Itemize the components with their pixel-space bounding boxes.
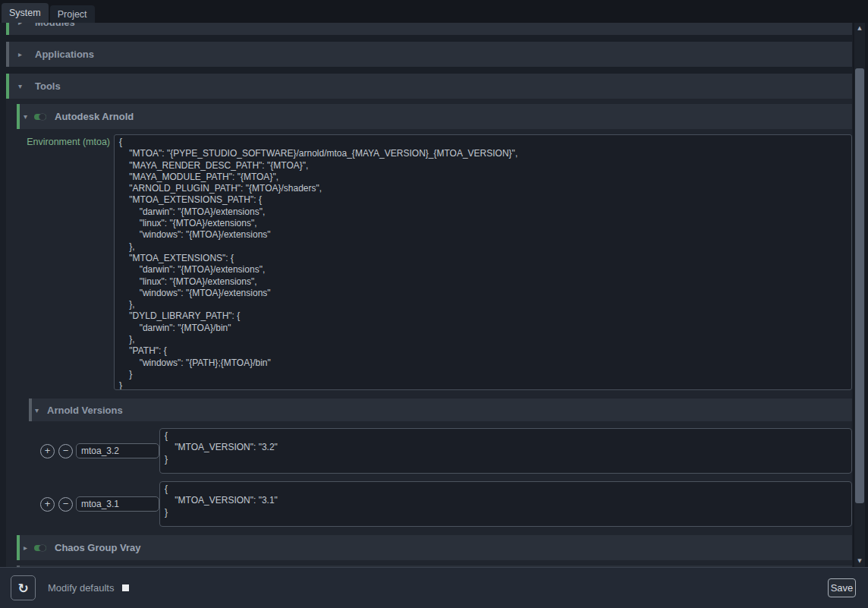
scrollbar-thumb[interactable] [855, 68, 864, 503]
version-row: + − { "MTOA_VERSION": "3.1" } [29, 481, 852, 527]
tab-system-label: System [9, 8, 41, 18]
chevron-down-icon: ▾ [22, 112, 29, 121]
modify-defaults-label: Modify defaults [48, 582, 114, 594]
group-header-autodesk-arnold[interactable]: ▾ Autodesk Arnold [17, 104, 852, 129]
remove-version-button[interactable]: − [58, 444, 73, 458]
environment-row: Environment (mtoa) { "MTOA": "{PYPE_STUD… [17, 134, 852, 390]
tab-bar: System Project [0, 0, 868, 23]
refresh-button[interactable]: ↻ [11, 575, 36, 600]
arnold-enabled-toggle[interactable] [34, 114, 46, 120]
tab-project-label: Project [58, 9, 87, 20]
section-title: Modules [35, 23, 75, 28]
footer-bar: ↻ Modify defaults Save [0, 567, 868, 608]
group-title: Arnold Versions [47, 405, 123, 416]
section-title: Applications [35, 49, 94, 60]
scroll-up-icon[interactable]: ▲ [854, 23, 865, 34]
version-row: + − { "MTOA_VERSION": "3.2" } [29, 428, 852, 474]
toggle-knob-icon [39, 113, 46, 121]
toggle-knob-icon [39, 544, 46, 552]
scroll-down-icon[interactable]: ▼ [854, 556, 865, 567]
version-json-editor[interactable]: { "MTOA_VERSION": "3.1" } [159, 481, 852, 527]
group-header-chaos-group-vray[interactable]: ▸ Chaos Group Vray [17, 535, 852, 560]
save-button[interactable]: Save [828, 578, 856, 597]
environment-label: Environment (mtoa) [17, 134, 110, 390]
tools-section-content: ▾ Autodesk Arnold Environment (mtoa) { "… [6, 99, 852, 567]
group-header-arnold-versions[interactable]: ▾ Arnold Versions [29, 399, 852, 421]
version-json-editor[interactable]: { "MTOA_VERSION": "3.2" } [159, 428, 852, 474]
vertical-scrollbar[interactable]: ▲ ▼ [854, 23, 865, 567]
group-title: Chaos Group Vray [55, 542, 140, 553]
group-title: Autodesk Arnold [55, 111, 134, 122]
chevron-down-icon: ▾ [33, 406, 40, 414]
version-name-input[interactable] [76, 443, 159, 458]
chevron-right-icon: ▸ [17, 23, 24, 27]
section-header-applications[interactable]: ▸ Applications [6, 42, 852, 67]
arnold-versions-group: ▾ Arnold Versions + − { "MTOA_VERSION": … [29, 399, 852, 527]
environment-json-editor[interactable]: { "MTOA": "{PYPE_STUDIO_SOFTWARE}/arnold… [114, 134, 852, 390]
vray-enabled-toggle[interactable] [34, 545, 46, 551]
tab-system[interactable]: System [2, 3, 49, 23]
tab-project[interactable]: Project [50, 5, 95, 23]
chevron-right-icon: ▸ [17, 50, 24, 58]
chevron-right-icon: ▸ [22, 543, 29, 552]
add-version-button[interactable]: + [40, 444, 55, 458]
version-name-input[interactable] [76, 496, 159, 512]
settings-window: System Project ▸ Modules ▸ Applications … [0, 0, 868, 608]
chevron-down-icon: ▾ [17, 82, 24, 90]
settings-scroll-area: ▸ Modules ▸ Applications ▾ Tools ▾ Autod… [0, 23, 853, 567]
section-header-tools[interactable]: ▾ Tools [6, 74, 852, 99]
modify-defaults-checkbox[interactable] [122, 584, 129, 591]
remove-version-button[interactable]: − [58, 497, 73, 512]
refresh-icon: ↻ [17, 581, 28, 596]
section-header-modules[interactable]: ▸ Modules [6, 23, 852, 35]
add-version-button[interactable]: + [40, 497, 55, 512]
section-title: Tools [35, 80, 61, 92]
